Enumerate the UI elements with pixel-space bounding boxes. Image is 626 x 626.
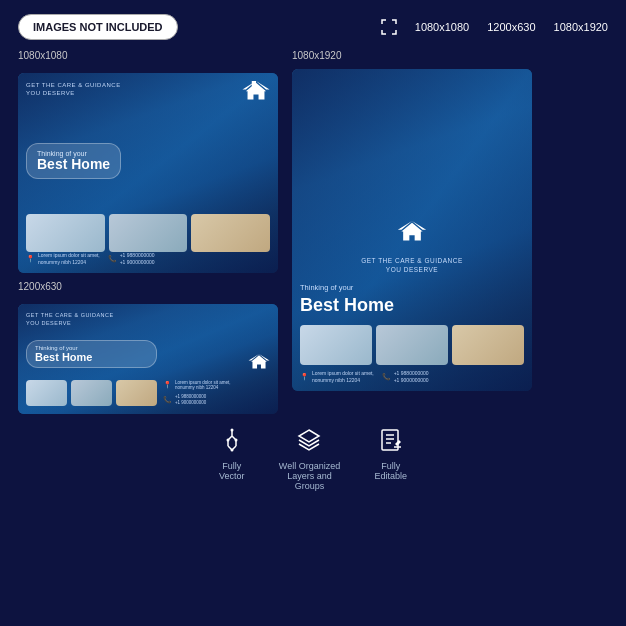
wide-header-text: GET THE CARE & GUIDANCEYOU DESERVE [26,312,157,327]
wide-thumb-3 [116,380,157,406]
tall-logo-icon [397,221,427,249]
wide-tagline-large: Best Home [35,351,148,363]
tall-footer-phone: 📞 +1 9880000000+1 9000000000 [382,370,429,383]
vector-icon [220,428,244,457]
feature-vector: FullyVector [219,428,245,491]
tall-logo [300,221,524,249]
wide-right: 📍 Lorem ipsum dolor sit amet,nonummy nib… [163,312,270,406]
tall-location-icon: 📍 [300,373,309,381]
logo-icon [242,81,270,108]
tall-footer: 📍 Lorem ipsum dolor sit amet,nonummy nib… [300,370,524,383]
svg-point-10 [230,449,233,452]
card-footer: 📍 Lorem ipsum dolor sit amet,nonummy nib… [26,252,270,265]
tall-text-area: Thinking of your Best Home [300,279,524,320]
svg-marker-3 [251,355,267,368]
card-square-inner: GET THE CARE & GUIDANCEYOU DESERVE Think… [18,73,278,273]
wide-phone-text: +1 9880000000+1 9000000000 [175,394,206,406]
phone-icon: 📞 [108,255,117,263]
top-bar: IMAGES NOT INCLUDED 1080x1080 1200x630 1… [0,0,626,50]
wide-thumb-1 [26,380,67,406]
thumbnail-row [26,214,270,252]
thumb-1 [26,214,105,252]
size-options: 1080x1080 1200x630 1080x1920 [381,19,608,35]
svg-point-8 [226,439,229,442]
wide-phone-icon: 📞 [163,396,172,404]
tagline-large: Best Home [37,157,110,172]
right-column: 1080x1920 [292,50,532,414]
card-header-text: GET THE CARE & GUIDANCEYOU DESERVE [26,81,121,98]
wide-left: GET THE CARE & GUIDANCEYOU DESERVE Think… [26,312,157,406]
tall-phone-icon: 📞 [382,373,391,381]
wide-logo [163,354,270,376]
wide-footer-address: 📍 Lorem ipsum dolor sit amet,nonummy nib… [163,380,231,392]
footer-address-text: Lorem ipsum dolor sit amet,nonummy nibh … [38,252,100,265]
wide-section-label: 1200x630 [18,281,278,292]
tall-thumb-3 [452,325,524,365]
thumb-2 [109,214,188,252]
feature-editable: FullyEditable [374,428,407,491]
tall-section-label: 1080x1920 [292,50,532,61]
editable-label: FullyEditable [374,461,407,481]
tall-address-text: Lorem ipsum dolor sit amet,nonummy nibh … [312,370,374,383]
editable-icon [379,428,403,457]
tall-thumb-row [300,325,524,365]
tall-phone-text: +1 9880000000+1 9000000000 [394,370,429,383]
bottom-features: FullyVector Well OrganizedLayers and Gro… [0,414,626,491]
footer-phone: 📞 +1 9880000000+1 9000000000 [108,252,155,265]
footer-address: 📍 Lorem ipsum dolor sit amet,nonummy nib… [26,252,100,265]
card-tall-inner: GET THE CARE & GUIDANCEYOU DESERVE Think… [292,69,532,391]
main-content: 1080x1080 GET THE CARE & GUIDANCEYOU DES… [0,50,626,414]
tall-header-text: GET THE CARE & GUIDANCEYOU DESERVE [300,256,524,274]
tall-thumb-2 [376,325,448,365]
tall-thumb-1 [300,325,372,365]
size-label-2: 1200x630 [487,21,535,33]
layers-icon [297,428,321,457]
size-label-1: 1080x1080 [415,21,469,33]
svg-marker-5 [401,223,422,241]
card-square: GET THE CARE & GUIDANCEYOU DESERVE Think… [18,73,278,273]
wide-footer: 📍 Lorem ipsum dolor sit amet,nonummy nib… [163,380,270,406]
svg-point-7 [230,429,233,432]
expand-icon[interactable] [381,19,397,35]
tall-footer-address: 📍 Lorem ipsum dolor sit amet,nonummy nib… [300,370,374,383]
card-tall: GET THE CARE & GUIDANCEYOU DESERVE Think… [292,69,532,391]
size-label-3: 1080x1920 [554,21,608,33]
left-column: 1080x1080 GET THE CARE & GUIDANCEYOU DES… [18,50,278,414]
location-icon: 📍 [26,255,35,263]
square-section-label: 1080x1080 [18,50,278,61]
images-not-included-badge: IMAGES NOT INCLUDED [18,14,178,40]
footer-phone-text: +1 9880000000+1 9000000000 [120,252,155,265]
layers-label: Well OrganizedLayers and Groups [274,461,344,491]
wide-logo-icon [248,354,270,376]
svg-marker-11 [299,430,319,442]
vector-label: FullyVector [219,461,245,481]
tagline-box: Thinking of your Best Home [26,143,121,179]
thumb-3 [191,214,270,252]
wide-thumb-2 [71,380,112,406]
card-wide: GET THE CARE & GUIDANCEYOU DESERVE Think… [18,304,278,414]
tall-tagline-large: Best Home [300,296,394,316]
wide-location-icon: 📍 [163,381,172,389]
svg-point-9 [234,439,237,442]
svg-rect-2 [252,81,256,87]
wide-thumb-row [26,380,157,406]
wide-footer-phone: 📞 +1 9880000000+1 9000000000 [163,394,206,406]
card-wide-inner: GET THE CARE & GUIDANCEYOU DESERVE Think… [18,304,278,414]
feature-layers: Well OrganizedLayers and Groups [274,428,344,491]
wide-address-text: Lorem ipsum dolor sit amet,nonummy nibh … [175,380,231,392]
tall-tagline-small: Thinking of your [300,283,353,292]
wide-tagline-box: Thinking of your Best Home [26,340,157,368]
